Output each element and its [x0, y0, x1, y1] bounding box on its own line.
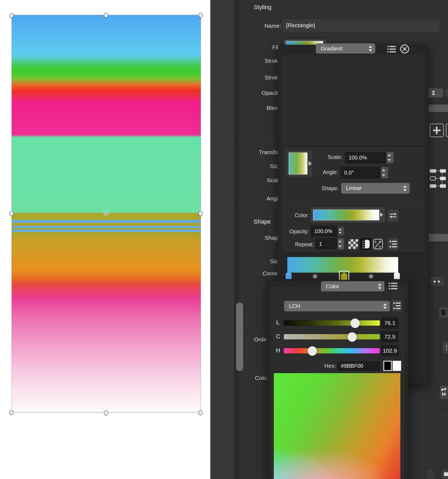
shape-dropdown-fragment[interactable]: [427, 234, 448, 241]
divider: [437, 414, 448, 415]
white-swatch[interactable]: [393, 361, 401, 371]
repeat-tile-icon[interactable]: [348, 239, 358, 249]
selection-handle-top-mid[interactable]: [104, 13, 108, 18]
gradient-color-bar[interactable]: [313, 210, 379, 220]
hex-value: #9BBF00: [341, 363, 363, 369]
color-model-dropdown[interactable]: LCH: [284, 301, 390, 311]
selection-handle-bottom-mid[interactable]: [104, 410, 108, 415]
palette-icon-fragment[interactable]: [443, 342, 448, 353]
inspector-scrollbar-thumb[interactable]: [236, 303, 243, 371]
style-list-icon[interactable]: [446, 124, 448, 137]
hex-label: Hex:: [309, 363, 336, 369]
expand-arrow-icon[interactable]: [309, 161, 312, 166]
transform-label: Transfo: [244, 149, 278, 156]
repeat-stepper[interactable]: [338, 238, 344, 249]
chevron-updown-icon: [369, 43, 372, 54]
color-panel-type-dropdown[interactable]: Color: [321, 281, 384, 291]
slider-label-l: L: [276, 319, 279, 326]
repeat-extend-icon-active[interactable]: [360, 238, 371, 250]
repeat-label: Repeat:: [282, 241, 314, 248]
color-options-icon[interactable]: [392, 300, 402, 311]
chevron-updown-icon: [403, 183, 407, 194]
selection-handle-mid-left[interactable]: [9, 211, 14, 216]
selection-handle-top-right[interactable]: [198, 13, 203, 18]
size-label: Siz: [244, 163, 278, 170]
scale-input[interactable]: 100.0%: [345, 152, 386, 163]
gradient-midpoint-dot[interactable]: [369, 274, 373, 279]
divider: [429, 141, 448, 141]
hue-slider-knob[interactable]: [307, 346, 317, 356]
gradient-preview-area: [282, 55, 424, 145]
selection-handle-top-left[interactable]: [9, 13, 14, 18]
gradient-opacity-stepper[interactable]: [338, 227, 344, 235]
selection-handle-bottom-right[interactable]: [198, 410, 203, 415]
angle-value: 0.0°: [344, 170, 354, 176]
scale-label: Scal: [244, 177, 278, 184]
stop-options-icon[interactable]: [388, 238, 398, 250]
airbrush-icon-fragment[interactable]: [440, 386, 448, 399]
black-swatch[interactable]: [383, 361, 392, 371]
chevron-updown-icon: [378, 281, 381, 291]
tool-icon-fragment[interactable]: [427, 470, 434, 479]
order-label: Orde: [244, 336, 267, 343]
color-model-value: LCH: [289, 303, 300, 309]
close-icon[interactable]: [400, 44, 410, 54]
scale-stepper[interactable]: [387, 152, 394, 163]
corner-label: Corne: [244, 270, 278, 277]
repeat-input[interactable]: 1: [316, 238, 337, 249]
expand-arrow-icon[interactable]: [380, 213, 383, 217]
scale-field-label: Scale:: [310, 154, 342, 160]
more-options-pill[interactable]: [430, 277, 444, 286]
angle-label: Angl: [244, 195, 278, 202]
selection-handle-mid-right[interactable]: [198, 211, 203, 216]
panel-type-dropdown[interactable]: Gradient: [316, 43, 375, 54]
chevron-updown-icon: [383, 301, 387, 311]
shape-type-label: Shap: [244, 234, 278, 241]
slider-label-c: C: [276, 333, 280, 340]
add-style-icon[interactable]: [430, 124, 444, 137]
chroma-slider[interactable]: [284, 334, 380, 340]
chroma-value-field[interactable]: 72.5: [381, 331, 398, 342]
hue-slider[interactable]: [284, 348, 380, 354]
shape-size-label: Siz: [244, 258, 278, 265]
name-label: Name:: [242, 22, 281, 29]
gradient-midpoint-dot[interactable]: [313, 274, 317, 279]
slider-label-h: H: [276, 347, 280, 354]
gradient-stops-bar[interactable]: [287, 257, 398, 273]
reverse-gradient-icon[interactable]: [388, 210, 398, 221]
divider: [282, 200, 424, 200]
gradient-opacity-label: Opacity:: [277, 228, 309, 235]
gradient-thumbnail[interactable]: [289, 152, 307, 175]
gradient-opacity-input[interactable]: 100.0%: [311, 226, 337, 237]
panel-icon-fragment[interactable]: [439, 307, 448, 318]
color-field-picker[interactable]: [274, 373, 400, 479]
panel-list-icon[interactable]: [387, 45, 396, 53]
shape-field-label: Shape:: [306, 185, 339, 192]
gradient-shape-dropdown[interactable]: Linear: [341, 183, 410, 194]
angle-input[interactable]: 0.0°: [341, 167, 380, 178]
app-window: Styling Name: Fill: Strok Strok Opacit B…: [0, 0, 448, 479]
stroke-label: Strok: [244, 57, 278, 64]
chroma-value: 72.5: [384, 334, 396, 340]
angle-field-label: Angle:: [306, 169, 338, 175]
color-panel-list-icon[interactable]: [388, 282, 398, 290]
name-input-value: {Rectangle}: [286, 22, 315, 29]
repeat-mirror-icon[interactable]: [373, 238, 383, 250]
hue-value: 102.9: [383, 348, 397, 354]
lightness-slider-knob[interactable]: [350, 318, 360, 328]
stroke-width-label: Strok: [244, 74, 278, 81]
lightness-value-field[interactable]: 76.1: [381, 317, 398, 329]
angle-stepper[interactable]: [381, 167, 388, 178]
selection-center-point[interactable]: [103, 210, 109, 216]
opacity-label: Opacit: [244, 89, 278, 96]
hue-value-field[interactable]: 102.9: [381, 345, 398, 356]
blend-dropdown-fragment[interactable]: [427, 105, 448, 112]
lightness-slider[interactable]: [284, 320, 380, 326]
hex-input[interactable]: #9BBF00: [337, 361, 380, 371]
anchor-point-selector-icon[interactable]: [429, 167, 448, 190]
chroma-slider-knob[interactable]: [347, 332, 357, 342]
scroll-track[interactable]: [234, 0, 239, 479]
color-bar-label: Color:: [277, 212, 309, 218]
selection-handle-bottom-left[interactable]: [9, 410, 14, 415]
tool-icon-fragment[interactable]: [442, 469, 448, 479]
